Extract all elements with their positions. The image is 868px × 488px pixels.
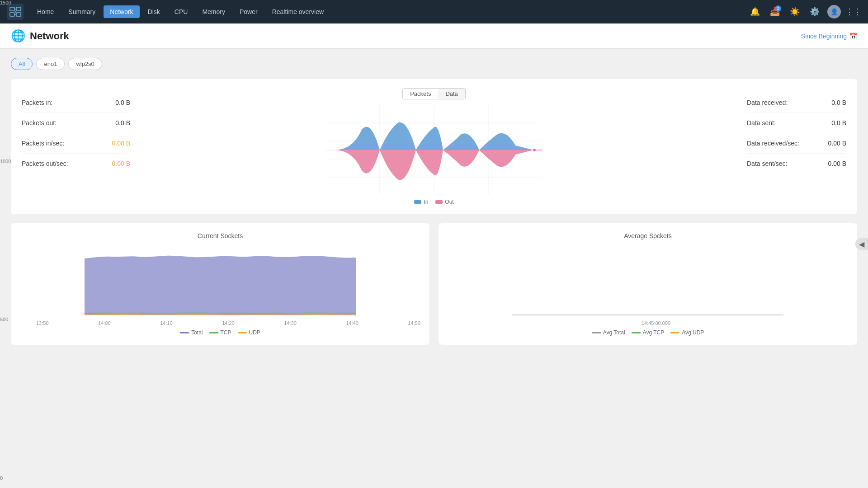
legend-avg-udp: Avg UDP [670, 329, 704, 336]
legend-avg-total: Avg Total [592, 329, 625, 336]
nav-summary[interactable]: Summary [62, 5, 102, 18]
toggle-data[interactable]: Data [438, 89, 465, 99]
legend-tcp-line [209, 332, 218, 333]
since-beginning-button[interactable]: Since Beginning 📅 [801, 33, 857, 40]
notifications-button[interactable]: 🔔 [748, 5, 762, 19]
stat-value-data-received: 0.0 B [831, 99, 846, 106]
legend-avg-tcp: Avg TCP [632, 329, 665, 336]
bottom-charts: Current Sockets 1500 1000 500 0 [11, 223, 857, 345]
legend-in: In [414, 199, 428, 205]
nav-network[interactable]: Network [104, 5, 139, 18]
interface-tabs: All eno1 wlp2s0 [11, 58, 857, 70]
stat-label-packets-in: Packets in: [22, 99, 52, 106]
stat-label-data-received: Data received: [747, 99, 788, 106]
legend-out: Out [435, 199, 453, 205]
stat-value-packets-out-sec: 0.00 B [112, 160, 130, 167]
svg-point-17 [533, 149, 536, 151]
stat-data-sent-sec: Data sent/sec: 0.00 B [747, 154, 846, 174]
legend-in-label: In [424, 199, 428, 205]
page-title: Network [30, 30, 69, 42]
avatar[interactable]: 👤 [827, 5, 841, 19]
legend-out-dot [435, 200, 443, 204]
chart-section: Packets Data [139, 88, 729, 205]
downloads-button[interactable]: 📥 2 [768, 5, 782, 19]
stat-value-packets-in: 0.0 B [115, 99, 130, 106]
stats-left: Packets in: 0.0 B Packets out: 0.0 B Pac… [22, 88, 139, 178]
nav-cpu[interactable]: CPU [168, 5, 194, 18]
stat-label-packets-out: Packets out: [22, 119, 57, 127]
main-content: All eno1 wlp2s0 Packets in: 0.0 B Packet… [0, 49, 868, 354]
tab-eno1[interactable]: eno1 [36, 58, 65, 70]
stat-value-packets-out: 0.0 B [115, 119, 130, 127]
nav-disk[interactable]: Disk [142, 5, 166, 18]
page-title-area: 🌐 Network [11, 29, 69, 43]
legend-total-line [180, 332, 189, 333]
theme-button[interactable]: ☀️ [788, 5, 802, 19]
legend-total: Total [180, 329, 203, 336]
nav-home[interactable]: Home [31, 5, 60, 18]
nav-realtime[interactable]: Realtime overview [266, 5, 330, 18]
stat-value-packets-in-sec: 0.00 B [112, 140, 130, 147]
stat-label-packets-in-sec: Packets in/sec: [22, 140, 64, 147]
stat-data-received: Data received: 0.0 B [747, 93, 846, 113]
butterfly-chart [326, 105, 542, 195]
tab-wlp2s0[interactable]: wlp2s0 [68, 58, 102, 70]
legend-out-label: Out [445, 199, 453, 205]
stat-packets-out-sec: Packets out/sec: 0.00 B [22, 154, 130, 174]
current-sockets-legend: Total TCP UDP [20, 329, 420, 336]
nav-power[interactable]: Power [233, 5, 264, 18]
average-sockets-legend: Avg Total Avg TCP Avg UDP [448, 329, 848, 336]
legend-avg-total-line [592, 332, 601, 333]
legend-avg-udp-line [670, 332, 679, 333]
toggle-packets[interactable]: Packets [403, 89, 438, 99]
settings-button[interactable]: ⚙️ [807, 5, 822, 19]
network-stats-card: Packets in: 0.0 B Packets out: 0.0 B Pac… [11, 79, 857, 214]
chart-legend: In Out [414, 199, 453, 205]
stat-data-sent: Data sent: 0.0 B [747, 113, 846, 133]
legend-in-dot [414, 200, 421, 204]
nav-memory[interactable]: Memory [196, 5, 231, 18]
nav-icons: 🔔 📥 2 ☀️ ⚙️ 👤 ⋮⋮ [748, 5, 861, 19]
average-sockets-y-axis: 1500 1000 500 0 [0, 0, 16, 354]
stat-label-data-received-sec: Data received/sec: [747, 140, 799, 147]
current-sockets-x-axis: 13:50 14:00 14:10 14:20 14:30 14:40 14:5… [20, 320, 420, 326]
stat-label-data-sent-sec: Data sent/sec: [747, 160, 788, 167]
collapse-arrow[interactable]: ◀ [855, 238, 868, 250]
stat-packets-out: Packets out: 0.0 B [22, 113, 130, 133]
sub-header: 🌐 Network Since Beginning 📅 [0, 23, 868, 49]
stat-data-received-sec: Data received/sec: 0.00 B [747, 133, 846, 154]
stat-value-data-sent-sec: 0.00 B [828, 160, 846, 167]
stat-value-data-sent: 0.0 B [831, 119, 846, 127]
current-sockets-card: Current Sockets 1500 1000 500 0 [11, 223, 429, 345]
stat-packets-in: Packets in: 0.0 B [22, 93, 130, 113]
navbar: Home Summary Network Disk CPU Memory Pow… [0, 0, 868, 23]
legend-avg-tcp-line [632, 332, 641, 333]
average-sockets-card: Average Sockets 1500 1000 500 0 [439, 223, 857, 345]
toggle-buttons: Packets Data [402, 88, 466, 99]
stats-right: Data received: 0.0 B Data sent: 0.0 B Da… [729, 88, 846, 178]
legend-tcp: TCP [209, 329, 231, 336]
legend-udp-line [238, 332, 247, 333]
stat-label-data-sent: Data sent: [747, 119, 776, 127]
apps-button[interactable]: ⋮⋮ [846, 5, 861, 19]
average-sockets-title: Average Sockets [448, 232, 848, 239]
calendar-icon: 📅 [849, 33, 857, 40]
stat-packets-in-sec: Packets in/sec: 0.00 B [22, 133, 130, 154]
current-sockets-title: Current Sockets [20, 232, 420, 239]
legend-udp: UDP [238, 329, 260, 336]
downloads-badge: 2 [775, 5, 781, 12]
average-sockets-x-axis: 14:45:00.000 [448, 320, 848, 326]
stat-label-packets-out-sec: Packets out/sec: [22, 160, 68, 167]
stat-value-data-received-sec: 0.00 B [828, 140, 846, 147]
